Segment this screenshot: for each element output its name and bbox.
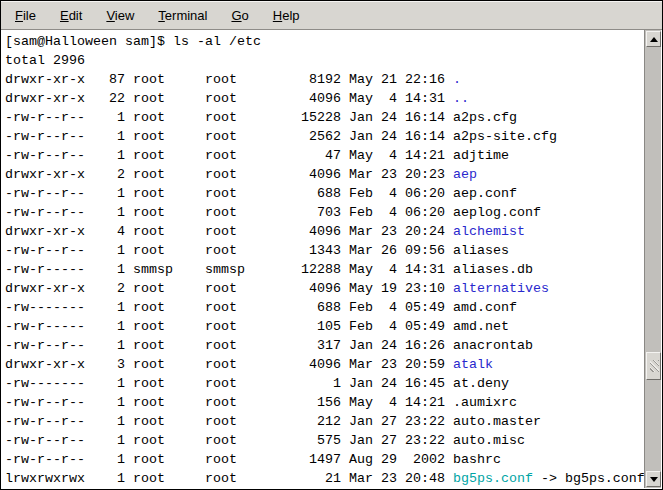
file-metadata: -rw-r--r-- 1 root root 2562 Jan 24 16:14 [5,129,453,144]
file-metadata: -rw-r----- 1 smmsp smmsp 12288 May 4 14:… [5,262,453,277]
menu-go[interactable]: Go [223,4,256,27]
menu-file[interactable]: File [7,4,44,27]
file-name: anacrontab [453,338,533,353]
file-name: a2ps.cfg [453,110,517,125]
menu-edit[interactable]: Edit [52,4,90,27]
menu-help[interactable]: Help [265,4,308,27]
file-metadata: drwxr-xr-x 2 root root 4096 Mar 23 20:23 [5,167,453,182]
terminal-screen[interactable]: [sam@Halloween sam]$ ls -al /etctotal 29… [2,30,644,488]
terminal-line: -rw-r--r-- 1 root root 1497 Aug 29 2002 … [5,450,644,469]
file-name: adjtime [453,148,509,163]
file-metadata: -rw-r--r-- 1 root root 1497 Aug 29 2002 [5,452,453,467]
terminal-line: -rw-r--r-- 1 root root 2562 Jan 24 16:14… [5,127,644,146]
file-metadata: drwxr-xr-x 22 root root 4096 May 4 14:31 [5,91,453,106]
file-metadata: drwxr-xr-x 87 root root 8192 May 21 22:1… [5,72,453,87]
terminal-line: drwxr-xr-x 3 root root 4096 Mar 23 20:59… [5,355,644,374]
terminal-line: -rw------- 1 root root 1 Jan 24 16:45 at… [5,374,644,393]
terminal-line: -rw-r--r-- 1 root root 575 Jan 27 23:22 … [5,431,644,450]
terminal-line: -rw------- 1 root root 688 Feb 4 05:49 a… [5,298,644,317]
file-name: auto.master [453,414,541,429]
terminal-line: -rw-r----- 1 smmsp smmsp 12288 May 4 14:… [5,260,644,279]
terminal-line: drwxr-xr-x 87 root root 8192 May 21 22:1… [5,70,644,89]
terminal-line: -rw-r--r-- 1 root root 47 May 4 14:21 ad… [5,146,644,165]
menu-view[interactable]: View [98,4,142,27]
terminal-line: -rw-r----- 1 root root 105 Feb 4 05:49 a… [5,317,644,336]
directory-name: atalk [453,357,493,372]
file-name: amd.net [453,319,509,334]
directory-name: .. [453,91,469,106]
file-name: aliases.db [453,262,533,277]
terminal-line: -rw-r--r-- 1 root root 156 May 4 14:21 .… [5,393,644,412]
arrow-down-icon [650,477,658,482]
terminal-line: drwxr-xr-x 22 root root 4096 May 4 14:31… [5,89,644,108]
terminal-line: -rw-r--r-- 1 root root 212 Jan 27 23:22 … [5,412,644,431]
file-metadata: lrwxrwxrwx 1 root root 21 Mar 23 20:48 [5,471,453,486]
total-line: total 2996 [5,51,644,70]
terminal-line: -rw-r--r-- 1 root root 15228 Jan 24 16:1… [5,108,644,127]
arrow-up-icon [650,37,658,42]
file-metadata: -rw-r--r-- 1 root root 47 May 4 14:21 [5,148,453,163]
terminal-line: drwxr-xr-x 2 root root 4096 Mar 23 20:23… [5,165,644,184]
directory-name: alchemist [453,224,525,239]
terminal-line: -rw-r--r-- 1 root root 317 Jan 24 16:26 … [5,336,644,355]
file-metadata: -rw-r--r-- 1 root root 15228 Jan 24 16:1… [5,110,453,125]
file-name: aliases [453,243,509,258]
file-name: aep.conf [453,186,517,201]
file-name: amd.conf [453,300,517,315]
file-metadata: drwxr-xr-x 2 root root 4096 May 19 23:10 [5,281,453,296]
scrollbar-up-button[interactable] [646,31,661,47]
terminal-line: -rw-r--r-- 1 root root 703 Feb 4 06:20 a… [5,203,644,222]
file-metadata: -rw-r--r-- 1 root root 688 Feb 4 06:20 [5,186,453,201]
terminal-window: File Edit View Terminal Go Help [sam@Hal… [0,0,663,490]
file-metadata: drwxr-xr-x 4 root root 4096 Mar 23 20:24 [5,224,453,239]
terminal-line: -rw-r--r-- 1 root root 1343 Mar 26 09:56… [5,241,644,260]
file-metadata: -rw-r--r-- 1 root root 1343 Mar 26 09:56 [5,243,453,258]
directory-name: . [453,72,461,87]
menubar: File Edit View Terminal Go Help [1,1,662,30]
terminal-line: drwxr-xr-x 2 root root 4096 May 19 23:10… [5,279,644,298]
file-name: bashrc [453,452,501,467]
terminal-line: -rw-r--r-- 1 root root 688 Feb 4 06:20 a… [5,184,644,203]
file-name: auto.misc [453,433,525,448]
file-name: .aumixrc [453,395,517,410]
symlink-target: -> bg5ps.conf [533,471,644,486]
file-metadata: -rw-r----- 1 root root 105 Feb 4 05:49 [5,319,453,334]
file-metadata: -rw-r--r-- 1 root root 212 Jan 27 23:22 [5,414,453,429]
file-metadata: -rw-r--r-- 1 root root 156 May 4 14:21 [5,395,453,410]
file-metadata: -rw------- 1 root root 688 Feb 4 05:49 [5,300,453,315]
file-metadata: -rw-r--r-- 1 root root 317 Jan 24 16:26 [5,338,453,353]
scrollbar-down-button[interactable] [646,471,661,487]
menu-terminal[interactable]: Terminal [150,4,215,27]
file-metadata: drwxr-xr-x 3 root root 4096 Mar 23 20:59 [5,357,453,372]
scrollbar[interactable] [644,30,661,488]
file-metadata: -rw-r--r-- 1 root root 703 Feb 4 06:20 [5,205,453,220]
scrollbar-thumb[interactable] [646,352,661,380]
file-metadata: -rw-r--r-- 1 root root 575 Jan 27 23:22 [5,433,453,448]
file-name: a2ps-site.cfg [453,129,557,144]
file-name: aeplog.conf [453,205,541,220]
file-metadata: -rw------- 1 root root 1 Jan 24 16:45 [5,376,453,391]
file-name: at.deny [453,376,509,391]
terminal-line: drwxr-xr-x 4 root root 4096 Mar 23 20:24… [5,222,644,241]
terminal-line: lrwxrwxrwx 1 root root 21 Mar 23 20:48 b… [5,469,644,488]
prompt-line: [sam@Halloween sam]$ ls -al /etc [5,32,644,51]
directory-name: aep [453,167,477,182]
symlink-name: bg5ps.conf [453,471,533,486]
directory-name: alternatives [453,281,549,296]
